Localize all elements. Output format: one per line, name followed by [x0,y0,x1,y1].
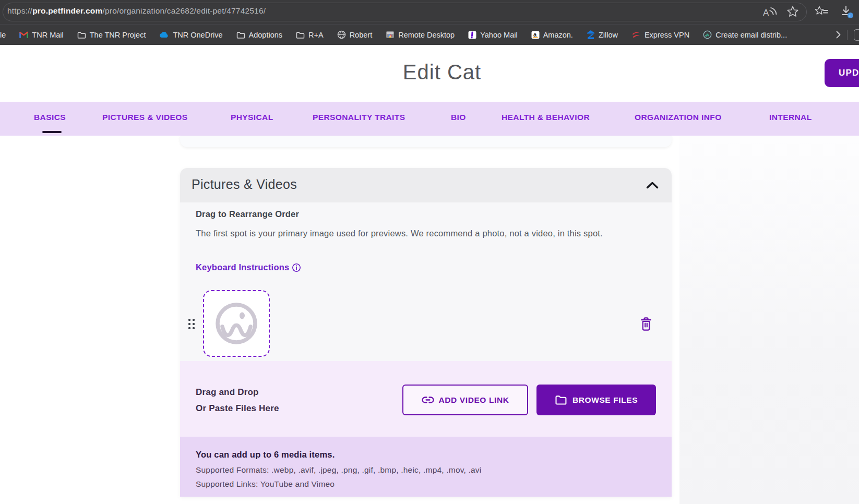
drag-drop-line1: Drag and Drop [196,384,279,400]
url-toolbar: https://pro.petfinder.com/pro/organizati… [0,0,859,24]
bookmark-label: Remote Desktop [398,31,455,39]
tab-organization-info[interactable]: ORGANIZATION INFO [635,113,722,122]
content-right-gutter [679,136,859,504]
folder-icon [296,31,305,39]
tab-personality-traits[interactable]: PERSONALITY TRAITS [313,113,405,122]
bookmark-item-adoptions[interactable]: Adoptions [236,31,283,39]
supported-formats-text: Supported Formats: .webp, .avif, .jpeg, … [196,465,481,475]
bookmark-label: Express VPN [645,31,689,39]
media-manager-body: Drag to Rearrange Order The first spot i… [180,202,672,361]
add-video-link-label: ADD VIDEO LINK [439,395,509,405]
bookmark-label: R+A [308,31,324,39]
bookmark-item-cutoff[interactable]: le [0,31,6,39]
delete-media-button[interactable] [640,317,652,331]
page-content: Pictures & Videos Drag to Rearrange Orde… [0,136,859,504]
browse-files-button[interactable]: BROWSE FILES [536,385,656,415]
url-path: /pro/organization/ca2682/edit-pet/477425… [102,6,266,15]
collapse-section-button[interactable] [646,182,659,189]
bookmark-label: Adoptions [249,31,283,39]
amazon-icon: a [531,31,540,39]
drag-drop-line2: Or Paste Files Here [196,400,279,416]
rearrange-heading: Drag to Rearrange Order [196,209,299,219]
bookmarks-bar-end [836,29,859,41]
bookmark-item-yahoo-mail[interactable]: Yahoo Mail [468,31,517,39]
drag-drop-label: Drag and Drop Or Paste Files Here [196,384,279,416]
media-limits-infobox: You can add up to 6 media items. Support… [180,437,672,497]
page-url[interactable]: https://pro.petfinder.com/pro/organizati… [7,6,266,16]
trash-icon [640,317,652,331]
svg-text:i: i [850,14,851,18]
chevron-up-icon [646,182,659,189]
keyboard-instructions-link[interactable]: Keyboard Instructions [196,262,301,272]
gmail-icon [19,31,28,38]
zillow-icon [587,30,595,39]
tab-bio[interactable]: BIO [451,113,466,122]
section-title: Pictures & Videos [192,177,297,192]
svg-text:a: a [533,31,537,38]
bookmark-label: Zillow [599,31,618,39]
section-header: Pictures & Videos [180,168,672,202]
url-domain: pro.petfinder.com [32,6,102,15]
tab-physical[interactable]: PHYSICAL [231,113,273,122]
previous-section-card-bottom [180,136,672,147]
page-header: Edit Cat UPD [0,45,859,102]
folder-icon [555,395,567,405]
bookmark-item-tnr-project[interactable]: The TNR Project [77,31,146,39]
tab-internal[interactable]: INTERNAL [769,113,812,122]
info-icon [292,263,301,272]
read-aloud-icon[interactable]: A [762,6,780,18]
bookmark-item-express-vpn[interactable]: Express VPN [631,31,689,39]
bookmarks-overflow-chevron-icon[interactable] [836,31,841,39]
browser-window: https://pro.petfinder.com/pro/organizati… [0,0,859,504]
update-button[interactable]: UPD [825,59,859,87]
media-limit-heading: You can add up to 6 media items. [196,450,335,460]
supported-links-text: Supported Links: YouTube and Vimeo [196,479,335,489]
bookmark-item-r-a[interactable]: R+A [296,31,324,39]
keyboard-instructions-label: Keyboard Instructions [196,262,289,272]
svg-text:A: A [763,8,769,18]
bookmark-item-create-email[interactable]: Create email distrib... [703,30,787,39]
tab-pictures-videos[interactable]: PICTURES & VIDEOS [102,113,188,122]
bookmarks-divider [847,30,848,40]
rearrange-description: The first spot is your primary image use… [196,225,629,241]
pictures-videos-card: Pictures & Videos Drag to Rearrange Orde… [180,168,672,497]
active-tab-underline [42,131,62,133]
bookmark-label: Yahoo Mail [480,31,517,39]
yahoo-icon [468,31,476,39]
bookmark-item-tnr-onedrive[interactable]: TNR OneDrive [159,31,222,39]
bookmark-label: The TNR Project [90,31,146,39]
bookmark-label: Amazon. [543,31,573,39]
globe-icon [337,30,346,39]
folder-icon [236,31,245,39]
bookmark-label: Robert [350,31,373,39]
favorite-star-icon[interactable] [787,6,798,17]
tab-bar: BASICS PICTURES & VIDEOS PHYSICAL PERSON… [0,102,859,136]
bookmark-label: TNR OneDrive [173,31,222,39]
bookmark-item-zillow[interactable]: Zillow [587,30,618,39]
link-icon [422,397,434,403]
url-scheme: https:// [7,6,32,15]
bookmark-item-amazon[interactable]: a Amazon. [531,31,573,39]
download-icon[interactable]: i [839,4,855,20]
tab-health-behavior[interactable]: HEALTH & BEHAVIOR [502,113,590,122]
expressvpn-icon [631,31,641,39]
folder-icon [77,31,86,39]
browse-files-label: BROWSE FILES [572,395,638,405]
bookmarks-bar: le TNR Mail The TNR Project TNR OneDrive… [0,24,859,45]
bookmark-label: Create email distrib... [715,31,787,39]
favorites-bar-icon[interactable] [815,6,829,17]
media-placeholder-tile[interactable] [203,290,270,357]
bookmark-label: TNR Mail [32,31,63,39]
tab-basics[interactable]: BASICS [34,113,66,122]
drag-handle[interactable] [188,319,196,330]
bookmark-item-robert[interactable]: Robert [337,30,373,39]
onedrive-icon [159,31,169,38]
bookmark-item-tnr-mail[interactable]: TNR Mail [19,31,63,39]
remote-desktop-icon [386,31,395,39]
other-favorites-icon[interactable] [854,29,859,41]
pet-face-placeholder-icon [210,297,263,350]
bookmark-item-remote-desktop[interactable]: Remote Desktop [386,31,455,39]
page-title: Edit Cat [0,61,859,84]
add-video-link-button[interactable]: ADD VIDEO LINK [402,385,528,415]
drag-drop-zone[interactable]: Drag and Drop Or Paste Files Here ADD VI… [180,361,672,437]
